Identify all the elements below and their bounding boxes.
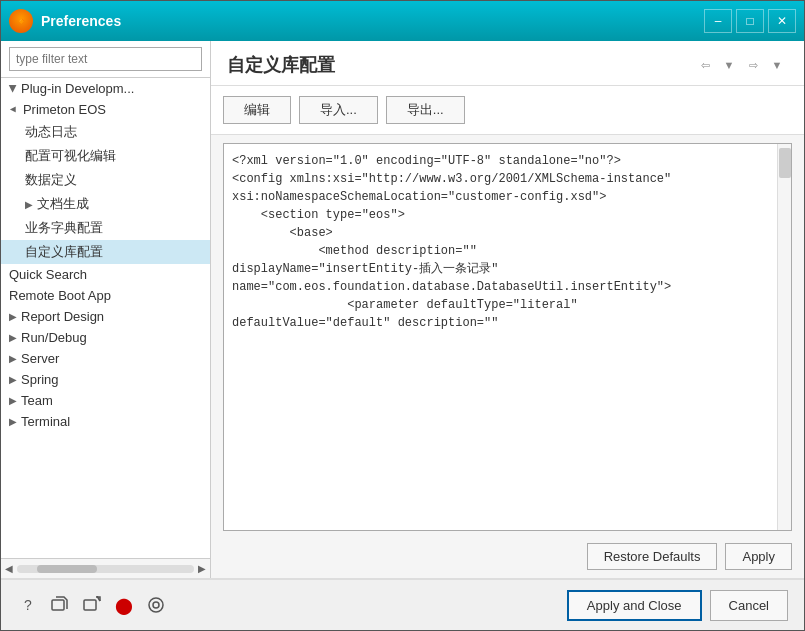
sidebar-search-container — [1, 41, 210, 78]
record-icon[interactable]: ⬤ — [113, 594, 135, 616]
edit-button[interactable]: 编辑 — [223, 96, 291, 124]
sidebar-item-label: Remote Boot App — [9, 288, 111, 303]
sidebar-item-label: Terminal — [21, 414, 70, 429]
chevron-icon: ▶ — [9, 311, 17, 322]
nav-dropdown-button[interactable]: ▼ — [718, 54, 740, 76]
preferences-window: 🔸 Preferences – □ ✕ ▶ Plug-in Developm..… — [0, 0, 805, 631]
scroll-track — [17, 565, 194, 573]
sidebar-item-spring[interactable]: ▶ Spring — [1, 369, 210, 390]
chevron-icon: ▶ — [9, 353, 17, 364]
content-nav: ⇦ ▼ ⇨ ▼ — [694, 54, 788, 76]
xml-editor[interactable]: <?xml version="1.0" encoding="UTF-8" sta… — [224, 144, 791, 530]
svg-point-3 — [149, 598, 163, 612]
chevron-icon: ▶ — [25, 199, 33, 210]
sidebar-item-terminal[interactable]: ▶ Terminal — [1, 411, 210, 432]
chevron-icon: ▶ — [9, 374, 17, 385]
titlebar: 🔸 Preferences – □ ✕ — [1, 1, 804, 41]
close-button[interactable]: ✕ — [768, 9, 796, 33]
sidebar-item-label: Quick Search — [9, 267, 87, 282]
content-panel: 自定义库配置 ⇦ ▼ ⇨ ▼ 编辑 导入... 导出... <?xml vers… — [211, 41, 804, 578]
export-button[interactable]: 导出... — [386, 96, 465, 124]
sidebar-item-primeton-eos[interactable]: ▼ Primeton EOS — [1, 99, 210, 120]
svg-rect-1 — [84, 600, 96, 610]
sidebar-item-label: Spring — [21, 372, 59, 387]
sidebar-item-dynamic-log[interactable]: 动态日志 — [1, 120, 210, 144]
footer: ? ⬤ A — [1, 578, 804, 630]
sidebar-item-config-editor[interactable]: 配置可视化编辑 — [1, 144, 210, 168]
content-actions: Restore Defaults Apply — [211, 539, 804, 578]
window-title: Preferences — [41, 13, 121, 29]
sidebar-item-label: Primeton EOS — [23, 102, 106, 117]
sidebar-item-doc-gen[interactable]: ▶ 文档生成 — [1, 192, 210, 216]
sidebar-tree: ▶ Plug-in Developm... ▼ Primeton EOS 动态日… — [1, 78, 210, 558]
sidebar-item-label: Team — [21, 393, 53, 408]
maximize-button[interactable]: □ — [736, 9, 764, 33]
apply-and-close-button[interactable]: Apply and Close — [567, 590, 702, 621]
sidebar-item-team[interactable]: ▶ Team — [1, 390, 210, 411]
sidebar-item-report-design[interactable]: ▶ Report Design — [1, 306, 210, 327]
import-button[interactable]: 导入... — [299, 96, 378, 124]
footer-icons: ? ⬤ — [17, 594, 167, 616]
titlebar-left: 🔸 Preferences — [9, 9, 121, 33]
svg-rect-0 — [52, 600, 64, 610]
app-logo-icon: 🔸 — [9, 9, 33, 33]
sidebar-item-plugin-dev[interactable]: ▶ Plug-in Developm... — [1, 78, 210, 99]
sidebar-item-label: 数据定义 — [25, 172, 77, 187]
sidebar-item-remote-boot[interactable]: Remote Boot App — [1, 285, 210, 306]
minimize-button[interactable]: – — [704, 9, 732, 33]
import-config-icon[interactable] — [81, 594, 103, 616]
sidebar-item-label: 自定义库配置 — [25, 244, 103, 259]
nav-back-button[interactable]: ⇦ — [694, 54, 716, 76]
sidebar-item-label: 动态日志 — [25, 124, 77, 139]
xml-scroll-thumb — [779, 148, 791, 178]
apply-button[interactable]: Apply — [725, 543, 792, 570]
nav-forward-dropdown-button[interactable]: ▼ — [766, 54, 788, 76]
sidebar-item-label: Run/Debug — [21, 330, 87, 345]
sidebar-item-run-debug[interactable]: ▶ Run/Debug — [1, 327, 210, 348]
content-title: 自定义库配置 — [227, 53, 335, 77]
cancel-button[interactable]: Cancel — [710, 590, 788, 621]
sidebar-item-biz-dict[interactable]: 业务字典配置 — [1, 216, 210, 240]
sidebar-horizontal-scroll[interactable]: ◀ ▶ — [1, 558, 210, 578]
preferences-icon[interactable] — [145, 594, 167, 616]
chevron-icon: ▶ — [9, 332, 17, 343]
export-config-icon[interactable] — [49, 594, 71, 616]
chevron-icon: ▶ — [9, 416, 17, 427]
filter-input[interactable] — [9, 47, 202, 71]
sidebar: ▶ Plug-in Developm... ▼ Primeton EOS 动态日… — [1, 41, 211, 578]
scroll-left-icon[interactable]: ◀ — [5, 563, 13, 574]
sidebar-item-label: 业务字典配置 — [25, 220, 103, 235]
sidebar-item-label: 配置可视化编辑 — [25, 148, 116, 163]
sidebar-item-label: Server — [21, 351, 59, 366]
chevron-icon: ▶ — [9, 395, 17, 406]
scroll-thumb — [37, 565, 97, 573]
sidebar-item-label: Report Design — [21, 309, 104, 324]
sidebar-item-custom-lib[interactable]: 自定义库配置 — [1, 240, 210, 264]
footer-buttons: Apply and Close Cancel — [567, 590, 788, 621]
chevron-icon: ▼ — [8, 105, 19, 115]
nav-forward-button[interactable]: ⇨ — [742, 54, 764, 76]
sidebar-item-server[interactable]: ▶ Server — [1, 348, 210, 369]
sidebar-item-quick-search[interactable]: Quick Search — [1, 264, 210, 285]
svg-point-2 — [153, 602, 159, 608]
restore-defaults-button[interactable]: Restore Defaults — [587, 543, 718, 570]
titlebar-controls: – □ ✕ — [704, 9, 796, 33]
help-icon[interactable]: ? — [17, 594, 39, 616]
xml-editor-area: <?xml version="1.0" encoding="UTF-8" sta… — [223, 143, 792, 531]
sidebar-item-label: Plug-in Developm... — [21, 81, 134, 96]
chevron-icon: ▶ — [8, 85, 19, 93]
main-area: ▶ Plug-in Developm... ▼ Primeton EOS 动态日… — [1, 41, 804, 578]
sidebar-item-label: 文档生成 — [37, 195, 89, 213]
xml-scrollbar[interactable] — [777, 144, 791, 530]
scroll-right-icon[interactable]: ▶ — [198, 563, 206, 574]
content-toolbar: 编辑 导入... 导出... — [211, 86, 804, 135]
content-header: 自定义库配置 ⇦ ▼ ⇨ ▼ — [211, 41, 804, 86]
sidebar-item-data-def[interactable]: 数据定义 — [1, 168, 210, 192]
